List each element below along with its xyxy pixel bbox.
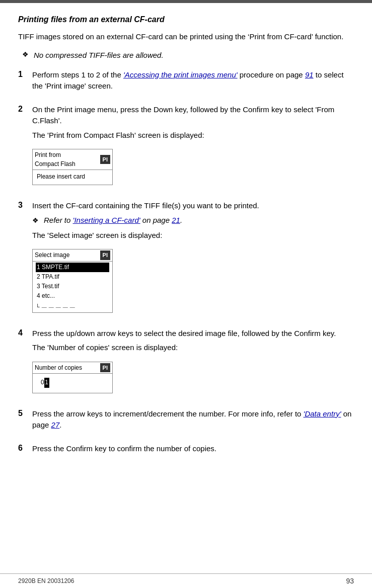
main-content: Printing files from an external CF-card … — [0, 3, 372, 496]
step-1-link[interactable]: 'Accessing the print images menu' — [123, 70, 238, 79]
step-1-page-link[interactable]: 91 — [305, 70, 314, 79]
step-3-page-link[interactable]: 21 — [172, 216, 180, 224]
print-from-cf-screen: Print fromCompact Flash PI Please insert… — [32, 149, 113, 185]
diamond-icon-2: ❖ — [32, 215, 39, 226]
select-row-3: 3 Test.tif — [36, 282, 109, 291]
copies-cursor: 1 — [44, 378, 49, 387]
step-1: 1 Perform steps 1 to 2 of the 'Accessing… — [18, 69, 354, 95]
scroll-dash-3: — — [56, 303, 61, 311]
step-5-page-link[interactable]: 27 — [51, 421, 60, 429]
note-item: ❖ No compressed TIFF-files are allowed. — [18, 50, 354, 60]
step-4: 4 Press the up/down arrow keys to select… — [18, 328, 354, 399]
copies-body: 01 — [33, 374, 112, 392]
pi-badge: PI — [100, 155, 110, 164]
scroll-dash-5: — — [70, 303, 75, 311]
screen-body: Please insert card — [33, 170, 112, 185]
screen-row: Please insert card — [36, 172, 109, 182]
step-4-number: 4 — [18, 328, 32, 338]
step-2: 2 On the Print image menu, press the Dow… — [18, 104, 354, 192]
step-3-link[interactable]: 'Inserting a CF-card' — [73, 216, 140, 224]
intro-text: TIFF images stored on an external CF-car… — [18, 31, 354, 43]
select-row-4: 4 etc... — [36, 291, 109, 301]
step-5-link[interactable]: 'Data entry' — [304, 409, 341, 418]
select-image-label: Select image — [35, 250, 69, 260]
step-3-number: 3 — [18, 200, 32, 210]
copies-screen: Number of copies PI 01 — [32, 362, 113, 393]
copies-label: Number of copies — [35, 363, 82, 372]
section-title: Printing files from an external CF-card — [18, 15, 354, 24]
step-1-content: Perform steps 1 to 2 of the 'Accessing t… — [32, 69, 354, 95]
scroll-indicator: └ — — — — — — [33, 302, 112, 312]
copies-value-prefix: 0 — [41, 379, 44, 386]
step-5-content: Press the arrow keys to increment/decrem… — [32, 408, 354, 434]
step-1-number: 1 — [18, 69, 32, 79]
select-row-2: 2 TPA.tif — [36, 272, 109, 282]
step-5-number: 5 — [18, 408, 32, 418]
step-6-number: 6 — [18, 443, 32, 453]
step-2-content: On the Print image menu, press the Down … — [32, 104, 354, 192]
step-3-note-text: Refer to 'Inserting a CF-card' on page 2… — [44, 215, 182, 225]
step-6: 6 Press the Confirm key to confirm the n… — [18, 443, 354, 458]
scroll-dash-2: — — [49, 303, 54, 311]
footer-left: 2920B EN 20031206 — [18, 577, 74, 584]
footer: 2920B EN 20031206 93 — [0, 573, 372, 588]
step-3: 3 Insert the CF-card containing the TIFF… — [18, 200, 354, 319]
step-3-note: ❖ Refer to 'Inserting a CF-card' on page… — [32, 215, 354, 226]
scroll-corner: └ — [36, 303, 40, 311]
step-6-content: Press the Confirm key to confirm the num… — [32, 443, 354, 458]
screen-header: Print fromCompact Flash PI — [33, 149, 112, 170]
step-2-number: 2 — [18, 104, 32, 114]
select-pi-badge: PI — [100, 250, 110, 260]
select-image-screen: Select image PI 1 SMPTE.tif 2 TPA.tif 3 … — [32, 249, 113, 313]
step-3-content: Insert the CF-card containing the TIFF f… — [32, 200, 354, 319]
select-image-header: Select image PI — [33, 249, 112, 262]
copies-pi-badge: PI — [100, 363, 110, 373]
diamond-icon: ❖ — [22, 50, 29, 58]
step-4-content: Press the up/down arrow keys to select t… — [32, 328, 354, 399]
select-row-1: 1 SMPTE.tif — [36, 263, 109, 272]
scroll-dash-4: — — [63, 303, 68, 311]
copies-header: Number of copies PI — [33, 362, 112, 374]
select-image-body: 1 SMPTE.tif 2 TPA.tif 3 Test.tif 4 etc..… — [33, 262, 112, 302]
scroll-dash-1: — — [42, 303, 47, 311]
step-5: 5 Press the arrow keys to increment/decr… — [18, 408, 354, 434]
screen-header-label: Print fromCompact Flash — [35, 150, 76, 169]
page-number: 93 — [346, 577, 354, 585]
note-text: No compressed TIFF-files are allowed. — [34, 50, 164, 60]
